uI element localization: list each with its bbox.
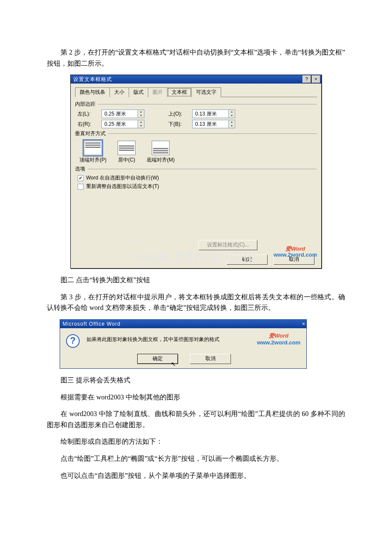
- dialog-titlebar: 设置文本框格式 ? ×: [71, 75, 321, 84]
- figure-1-caption: 图二 点击“转换为图文框”按钮: [47, 275, 345, 286]
- group-vertical-align: 垂直对齐方式: [75, 130, 317, 137]
- figure-2-caption: 图三 提示将会丢失格式: [47, 375, 345, 386]
- spin-down-icon[interactable]: [229, 124, 235, 128]
- paragraph-6: 点击“绘图”工具栏上的“椭圆”或“长方形”按钮，可以画一个椭圆或长方形。: [47, 453, 345, 464]
- value-right: 0.25 厘米: [102, 120, 138, 128]
- figure-1: 设置文本框格式 ? × 颜色与线条 大小 版式 图片 文本框 可选文字 内部边距…: [70, 75, 322, 269]
- value-left: 0.25 厘米: [102, 110, 138, 118]
- help-button[interactable]: ?: [303, 75, 311, 83]
- checkbox-resize-label: 重新调整自选图形以适应文本(T): [86, 183, 159, 190]
- checkbox-wrap-label: Word 在自选图形中自动换行(W): [86, 174, 159, 182]
- close-button[interactable]: ×: [302, 321, 306, 327]
- label-top: 上(O):: [168, 110, 190, 118]
- question-icon: ?: [66, 334, 80, 348]
- messagebox-text: 如果将此图形对象转换为图文框，其中某些图形对象的格式: [86, 334, 219, 343]
- valign-top-label: 顶端对齐(P): [79, 157, 107, 163]
- callout-format-button: 设置标注格式(C)...: [199, 240, 257, 250]
- label-left: 左(L):: [78, 110, 100, 118]
- spinner-bottom[interactable]: 0.13 厘米: [192, 120, 235, 128]
- paragraph-5: 绘制图形或自选图形的方法如下：: [47, 436, 345, 447]
- group-options: 选项: [75, 165, 317, 173]
- checkbox-icon: [78, 175, 84, 181]
- messagebox-title: Microsoft Office Word: [63, 321, 121, 327]
- tab-layout[interactable]: 版式: [129, 87, 148, 97]
- spin-up-icon[interactable]: [229, 110, 235, 114]
- spin-up-icon[interactable]: [138, 110, 144, 114]
- paragraph-4: 在 word2003 中除了绘制直线、曲线和箭头外，还可以利用“绘图”工具栏提供…: [47, 408, 345, 430]
- paragraph-7: 也可以点击“自选图形”按钮，从个菜单项的子菜单中选择图形。: [47, 470, 345, 481]
- tab-color-lines[interactable]: 颜色与线条: [75, 87, 110, 97]
- label-bottom: 下(B):: [168, 121, 190, 128]
- spinner-right[interactable]: 0.25 厘米: [101, 120, 144, 128]
- messagebox-titlebar: Microsoft Office Word ×: [60, 320, 306, 328]
- spin-down-icon[interactable]: [138, 124, 144, 128]
- tab-size[interactable]: 大小: [110, 87, 129, 97]
- checkbox-wrap[interactable]: Word 在自选图形中自动换行(W): [78, 174, 317, 182]
- tab-textbox[interactable]: 文本框: [167, 87, 192, 97]
- paragraph-step2: 第 2 步，在打开的“设置文本框格式”对话框中自动切换到“文本框”选项卡，单击“…: [47, 47, 345, 69]
- spin-down-icon[interactable]: [229, 114, 235, 118]
- spin-up-icon[interactable]: [229, 120, 235, 124]
- valign-top-option[interactable]: 顶端对齐(P): [79, 141, 107, 164]
- dialog-messagebox: Microsoft Office Word × ? 如果将此图形对象转换为图文框…: [60, 319, 307, 369]
- checkbox-resize[interactable]: 重新调整自选图形以适应文本(T): [78, 183, 317, 190]
- checkbox-icon: [78, 184, 84, 190]
- valign-middle-option[interactable]: 居中(C): [118, 141, 135, 164]
- dialog-tabs: 颜色与线条 大小 版式 图片 文本框 可选文字: [75, 87, 317, 97]
- value-top: 0.13 厘米: [193, 110, 228, 118]
- cursor-icon: ↖: [171, 361, 176, 367]
- valign-middle-label: 居中(C): [118, 157, 135, 163]
- spinner-top[interactable]: 0.13 厘米: [192, 110, 235, 118]
- cancel-button[interactable]: 取消: [190, 354, 231, 364]
- spinner-left[interactable]: 0.25 厘米: [101, 110, 144, 118]
- cancel-button[interactable]: 取消: [274, 254, 314, 265]
- close-button[interactable]: ×: [312, 75, 320, 83]
- spin-down-icon[interactable]: [138, 114, 144, 118]
- ok-button[interactable]: 确定: [227, 254, 268, 265]
- valign-bottom-label: 底端对齐(M): [147, 157, 175, 163]
- paragraph-step3: 第 3 步，在打开的对话框中提示用户，将文本框转换成图文框后将丢失文本框的一些格…: [47, 292, 345, 313]
- tab-alttext[interactable]: 可选文字: [191, 87, 221, 97]
- watermark-overlay: 爱Word www.2word.com: [257, 332, 300, 346]
- group-inner-margin: 内部边距: [75, 101, 317, 108]
- label-right: 右(R):: [78, 121, 100, 128]
- tab-picture: 图片: [148, 87, 167, 97]
- figure-2: Microsoft Office Word × ? 如果将此图形对象转换为图文框…: [60, 319, 307, 369]
- value-bottom: 0.13 厘米: [193, 120, 228, 128]
- spin-up-icon[interactable]: [138, 120, 144, 124]
- valign-bottom-option[interactable]: 底端对齐(M): [147, 141, 175, 164]
- dialog-format-textbox: 设置文本框格式 ? × 颜色与线条 大小 版式 图片 文本框 可选文字 内部边距…: [70, 75, 322, 269]
- dialog-title: 设置文本框格式: [73, 76, 112, 83]
- paragraph-3: 根据需要在 word2003 中绘制其他的图形: [47, 392, 345, 403]
